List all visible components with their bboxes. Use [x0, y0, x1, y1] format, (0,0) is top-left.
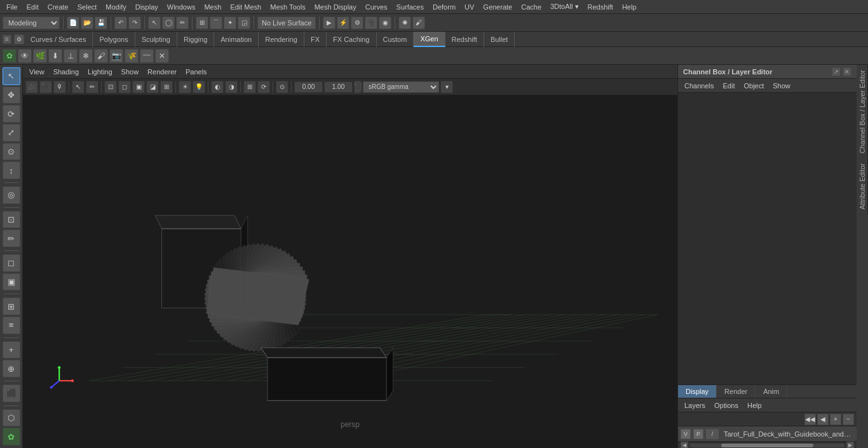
cb-menu-edit[interactable]: Edit [719, 81, 738, 91]
vp-menu-panels[interactable]: Panels [182, 67, 211, 77]
tab-fx[interactable]: FX [304, 32, 327, 47]
rotate-tool-lt[interactable]: ⟳ [3, 105, 20, 123]
vp-select-btn[interactable]: ↖ [72, 81, 85, 93]
le-prev-btn[interactable]: ◀◀ [804, 414, 816, 425]
shelf-paint-button[interactable]: 🖌 [94, 49, 108, 63]
tab-xgen[interactable]: XGen [414, 32, 445, 47]
menu-curves[interactable]: Curves [362, 2, 391, 12]
cb-menu-object[interactable]: Object [740, 81, 768, 91]
tab-fx-caching[interactable]: FX Caching [327, 32, 376, 47]
vp-mic-btn[interactable]: 🎙 [53, 81, 66, 93]
attribute-editor-side-label[interactable]: Attribute Editor [857, 158, 868, 215]
paint-sel-button[interactable]: ✏ [176, 17, 189, 29]
le-delete-btn[interactable]: − [843, 414, 854, 425]
snap-point-button[interactable]: ✦ [224, 17, 236, 29]
tab-custom[interactable]: Custom [377, 32, 414, 47]
tab-rendering[interactable]: Rendering [259, 32, 304, 47]
cb-menu-show[interactable]: Show [769, 81, 794, 91]
menu-help[interactable]: Help [618, 2, 641, 12]
vp-texture-btn[interactable]: ⊞ [160, 81, 173, 93]
vp-light2-btn[interactable]: 💡 [193, 81, 205, 93]
tab-curves-surfaces[interactable]: Curves / Surfaces [24, 32, 93, 47]
vp-bounding-btn[interactable]: ▣ [132, 81, 145, 93]
menu-mesh[interactable]: Mesh [200, 2, 225, 12]
layer-scrollbar[interactable]: ◀ ▶ [678, 442, 857, 448]
save-scene-button[interactable]: 💾 [95, 17, 107, 29]
layer-color-btn[interactable]: / [706, 429, 719, 439]
render-button[interactable]: ▶ [323, 17, 336, 29]
shelf-guide-button[interactable]: ⊥ [64, 49, 78, 63]
vp-menu-show[interactable]: Show [118, 67, 143, 77]
vp-shaded-btn[interactable]: ◪ [146, 81, 159, 93]
tab-polygons[interactable]: Polygons [93, 32, 135, 47]
cb-menu-channels[interactable]: Channels [681, 81, 717, 91]
vp-menu-renderer[interactable]: Renderer [144, 67, 180, 77]
vp-ao-btn[interactable]: ◑ [225, 81, 238, 93]
scale-tool-lt[interactable]: ⤢ [3, 124, 20, 142]
panel-close-btn[interactable]: ✕ [843, 67, 851, 76]
layer-vis-btn[interactable]: V [681, 429, 691, 439]
le-prev2-btn[interactable]: ◀ [817, 414, 829, 425]
vp-colorspace-menu-btn[interactable]: ⬛ [354, 81, 362, 93]
render-lt[interactable]: ⬡ [3, 409, 20, 427]
le-menu-help[interactable]: Help [743, 400, 766, 411]
lasso-tool-lt[interactable]: ⊡ [3, 211, 20, 229]
snap-curve-button[interactable]: ⌒ [210, 17, 222, 29]
vp-camera2-btn[interactable]: ⟳ [257, 81, 270, 93]
le-new-btn[interactable]: + [830, 414, 841, 425]
menu-surfaces[interactable]: Surfaces [393, 2, 428, 12]
tab-anim[interactable]: Anim [756, 385, 787, 398]
undo-button[interactable]: ↶ [114, 17, 127, 29]
tab-render[interactable]: Render [717, 385, 756, 398]
le-menu-options[interactable]: Options [710, 400, 742, 411]
menu-mesh-display[interactable]: Mesh Display [311, 2, 360, 12]
menu-uv[interactable]: UV [461, 2, 478, 12]
viewport-3d[interactable]: persp [23, 95, 677, 448]
settings-icon[interactable]: ⚙ [14, 34, 24, 44]
menu-deform[interactable]: Deform [429, 2, 459, 12]
tab-display[interactable]: Display [678, 385, 717, 398]
channel-lt[interactable]: ≡ [3, 316, 20, 334]
vp-shadow-btn[interactable]: ◐ [211, 81, 224, 93]
shelf-freeze-button[interactable]: ❄ [79, 49, 93, 63]
ipr-lt[interactable]: ⬛ [3, 384, 20, 402]
menu-redshift[interactable]: Redshift [584, 2, 617, 12]
vp-hud-btn[interactable]: ⊙ [276, 81, 288, 93]
vp-colorspace-arrow[interactable]: ▾ [440, 81, 453, 93]
channel-box-side-label[interactable]: Channel Box / Layer Editor [857, 65, 868, 158]
select-tool-lt[interactable]: ↖ [3, 67, 20, 85]
menu-modify[interactable]: Modify [102, 2, 130, 12]
menu-edit-mesh[interactable]: Edit Mesh [226, 2, 265, 12]
menu-edit[interactable]: Edit [23, 2, 43, 12]
vp-light1-btn[interactable]: ☀ [179, 81, 191, 93]
vp-wireframe-btn[interactable]: ⊡ [104, 81, 117, 93]
snap-surface-button[interactable]: ◲ [238, 17, 250, 29]
menu-select[interactable]: Select [74, 2, 101, 12]
layer-scroll-track[interactable] [690, 444, 844, 447]
vp-film-btn[interactable]: ⬛ [39, 81, 52, 93]
outliner-lt[interactable]: ⊞ [3, 297, 20, 315]
display-lt1[interactable]: ◻ [3, 254, 20, 272]
vp-menu-view[interactable]: View [25, 67, 48, 77]
vp-rotate-x-input[interactable] [294, 81, 323, 93]
paint-btn[interactable]: 🖌 [412, 17, 425, 29]
snap1-lt[interactable]: + [3, 341, 20, 359]
last-tool-lt[interactable]: ⊙ [3, 143, 20, 161]
paint-sel-lt[interactable]: ✏ [3, 229, 20, 247]
redo-button[interactable]: ↷ [128, 17, 141, 29]
render-settings-button[interactable]: ⚙ [351, 17, 363, 29]
vp-colorspace-select[interactable]: sRGB gamma [363, 81, 439, 93]
move-tool-lt[interactable]: ✥ [3, 86, 20, 104]
ipr-button[interactable]: ⚡ [337, 17, 349, 29]
vp-paint-btn[interactable]: ✏ [86, 81, 98, 93]
hypershade-button[interactable]: ◉ [379, 17, 391, 29]
vp-camera-btn[interactable]: 🎥 [25, 81, 38, 93]
layer-playback-btn[interactable]: P [693, 429, 703, 439]
vp-rotate-y-input[interactable] [324, 81, 353, 93]
show-manip-lt[interactable]: ↕ [3, 161, 20, 179]
snap-grid-button[interactable]: ⊞ [196, 17, 208, 29]
layer-scroll-right[interactable]: ▶ [846, 442, 854, 449]
le-menu-layers[interactable]: Layers [681, 400, 709, 411]
tab-redshift[interactable]: Redshift [445, 32, 484, 47]
shelf-spline-button[interactable]: 〰 [140, 49, 154, 63]
